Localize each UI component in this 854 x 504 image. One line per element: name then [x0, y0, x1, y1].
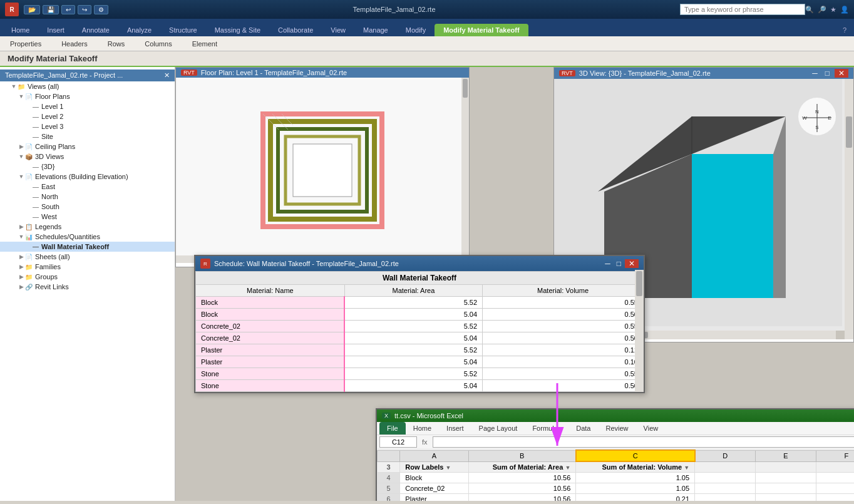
search-input[interactable] [680, 4, 805, 15]
sub-tab-columns[interactable]: Columns [140, 39, 177, 49]
schedule-scrollbar[interactable] [635, 270, 644, 392]
sidebar-item-views-all[interactable]: ▼ 📁 Views (all) [0, 81, 175, 91]
schedule-close-btn[interactable]: ✕ [625, 259, 639, 268]
cell-ref-input[interactable] [379, 436, 417, 448]
sidebar-item-schedules[interactable]: ▼ 📊 Schedules/Quantities [0, 232, 175, 242]
tab-collaborate[interactable]: Collaborate [269, 24, 322, 36]
sidebar-item-floor-plans[interactable]: ▼ 📄 Floor Plans [0, 91, 175, 101]
excel-window: X tt.csv - Microsoft Excel ─ ❐ ✕ File Ho… [376, 408, 854, 501]
sidebar-item-elevations[interactable]: ▼ 📄 Elevations (Building Elevation) [0, 172, 175, 182]
col-header-b[interactable]: B [468, 450, 576, 461]
tab-home[interactable]: Home [3, 24, 38, 36]
col-header-e[interactable]: E [756, 450, 816, 461]
tab-modify[interactable]: Modify [397, 24, 435, 36]
tab-massing[interactable]: Massing & Site [206, 24, 269, 36]
schedule-max-btn[interactable]: □ [614, 259, 624, 268]
col-header-d[interactable]: D [695, 450, 756, 461]
sidebar-item-families[interactable]: ▶ 📁 Families [0, 262, 175, 272]
tab-structure[interactable]: Structure [160, 24, 206, 36]
save-button[interactable]: 💾 [43, 5, 59, 14]
sub-tab-properties[interactable]: Properties [5, 39, 46, 49]
excel-tab-insert[interactable]: Insert [439, 422, 471, 435]
col-header-a[interactable]: A [400, 450, 468, 461]
excel-tab-review[interactable]: Review [598, 422, 635, 435]
excel-cell-d[interactable] [695, 461, 756, 473]
sidebar-item-revit-links[interactable]: ▶ 🔗 Revit Links [0, 282, 175, 292]
sidebar-item-wall-takeoff[interactable]: — Wall Material Takeoff [0, 242, 175, 252]
sidebar-item-ceiling-plans[interactable]: ▶ 📄 Ceiling Plans [0, 141, 175, 152]
sub-tab-headers[interactable]: Headers [56, 39, 93, 49]
sidebar-item-level1[interactable]: — Level 1 [0, 101, 175, 111]
excel-tab-page[interactable]: Page Layout [471, 422, 525, 435]
tab-analyze[interactable]: Analyze [118, 24, 160, 36]
excel-cell-a[interactable]: Row Labels ▼ [400, 461, 468, 473]
tab-annotate[interactable]: Annotate [73, 24, 118, 36]
excel-cell-b[interactable]: 10.56 [468, 494, 576, 501]
close-browser-icon[interactable]: ✕ [164, 71, 170, 80]
excel-tab-data[interactable]: Data [568, 422, 598, 435]
excel-cell-c[interactable]: 1.05 [576, 483, 695, 494]
schedule-cell-volume: 0.55 [483, 321, 644, 332]
sidebar-item-groups[interactable]: ▶ 📁 Groups [0, 272, 175, 282]
excel-cell-a[interactable]: Concrete_02 [400, 483, 468, 494]
search-icon[interactable]: 🔍 [805, 6, 814, 14]
formula-input[interactable] [433, 436, 854, 448]
tab-modify-takeoff[interactable]: Modify Material Takeoff [435, 24, 528, 36]
excel-tab-home[interactable]: Home [406, 422, 439, 435]
excel-cell-b[interactable]: 10.56 [468, 473, 576, 483]
excel-tab-formulas[interactable]: Formulas [525, 422, 568, 435]
excel-cell-d[interactable] [695, 494, 756, 501]
3d-close-btn[interactable]: ✕ [835, 69, 848, 78]
excel-cell-e[interactable] [756, 483, 816, 494]
excel-cell-b[interactable]: Sum of Material: Area ▼ [468, 461, 576, 473]
sub-tab-rows[interactable]: Rows [103, 39, 130, 49]
col-header-f[interactable]: F [816, 450, 854, 461]
excel-cell-a[interactable]: Plaster [400, 494, 468, 501]
settings-button[interactable]: ⚙ [94, 5, 108, 14]
tab-insert[interactable]: Insert [38, 24, 73, 36]
view-icon: — [33, 163, 39, 170]
excel-cell-c[interactable]: 1.05 [576, 473, 695, 483]
schedule-min-btn[interactable]: ─ [602, 259, 613, 268]
zoom-icon[interactable]: 🔎 [818, 6, 826, 14]
scroll-bar-fp[interactable] [461, 78, 469, 263]
excel-cell-f[interactable] [816, 483, 854, 494]
3d-min-btn[interactable]: ─ [810, 69, 820, 78]
excel-tab-view[interactable]: View [636, 422, 666, 435]
redo-button[interactable]: ↪ [78, 5, 91, 14]
excel-cell-d[interactable] [695, 473, 756, 483]
folder-icon: 📁 [18, 83, 25, 90]
scroll-bar-3d[interactable] [845, 79, 853, 339]
sidebar-item-north[interactable]: — North [0, 192, 175, 202]
sidebar-item-east[interactable]: — East [0, 182, 175, 192]
sidebar-item-level2[interactable]: — Level 2 [0, 111, 175, 121]
excel-cell-f[interactable] [816, 461, 854, 473]
sidebar-item-legends[interactable]: ▶ 📋 Legends [0, 222, 175, 232]
excel-cell-e[interactable] [756, 473, 816, 483]
tab-manage[interactable]: Manage [354, 24, 397, 36]
undo-button[interactable]: ↩ [61, 5, 75, 14]
excel-cell-c[interactable]: 0.21 [576, 494, 695, 501]
sidebar-item-3d-views[interactable]: ▼ 📦 3D Views [0, 152, 175, 162]
sidebar-item-sheets[interactable]: ▶ 📄 Sheets (all) [0, 252, 175, 262]
excel-tab-file[interactable]: File [379, 422, 406, 435]
col-header-c-selected[interactable]: C [576, 450, 695, 461]
sidebar-item-level3[interactable]: — Level 3 [0, 121, 175, 131]
excel-cell-e[interactable] [756, 494, 816, 501]
ribbon-help-icon[interactable]: ? [838, 24, 851, 36]
excel-cell-b[interactable]: 10.56 [468, 483, 576, 494]
sidebar-item-3d[interactable]: — {3D} [0, 162, 175, 172]
excel-cell-e[interactable] [756, 461, 816, 473]
sidebar-item-south[interactable]: — South [0, 202, 175, 212]
3d-max-btn[interactable]: □ [823, 69, 832, 78]
sub-tab-element[interactable]: Element [187, 39, 222, 49]
excel-cell-c[interactable]: Sum of Material: Volume ▼ [576, 461, 695, 473]
open-button[interactable]: 📂 [24, 5, 40, 14]
excel-cell-f[interactable] [816, 473, 854, 483]
sidebar-item-west[interactable]: — West [0, 212, 175, 222]
excel-cell-f[interactable] [816, 494, 854, 501]
excel-cell-a[interactable]: Block [400, 473, 468, 483]
tab-view[interactable]: View [322, 24, 354, 36]
sidebar-item-site[interactable]: — Site [0, 131, 175, 141]
excel-cell-d[interactable] [695, 483, 756, 494]
